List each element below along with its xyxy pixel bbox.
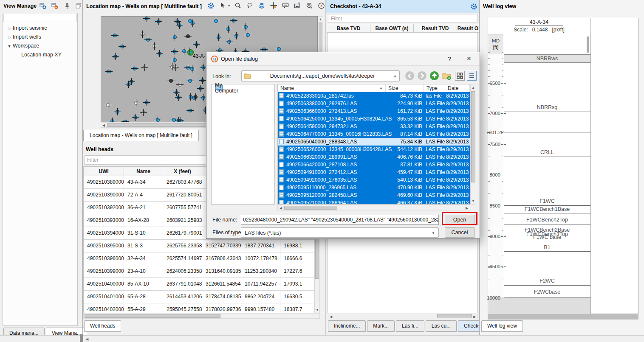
well-marker[interactable] [217, 35, 220, 39]
tree-expanded-icon[interactable]: ▼ [6, 42, 13, 51]
file-list-item[interactable]: 49025094910000_272412.LAS459.47 KiBLAS F… [278, 168, 470, 176]
well-heads-cell[interactable]: 49025103940000 [84, 227, 124, 240]
well-heads-cell[interactable]: 2607755.577417 [163, 202, 202, 214]
well-marker[interactable] [177, 95, 181, 99]
file-list-scroll-left-icon[interactable]: ◀ [279, 206, 283, 210]
move-crosshair-icon[interactable] [270, 2, 277, 9]
well-heads-cell[interactable]: 31-S-10 [124, 227, 163, 240]
tab-las-cu-[interactable]: Las cu... [426, 320, 457, 332]
checkshot-gear-icon[interactable] [470, 3, 477, 10]
well-heads-cell[interactable]: 2637791.010488 [163, 278, 202, 291]
files-of-type-caret-icon[interactable]: ▼ [432, 231, 435, 235]
comment-icon[interactable] [282, 2, 289, 9]
selection-mode-icon[interactable] [219, 2, 226, 9]
checkshot-filter-input[interactable] [328, 14, 477, 23]
file-list-item[interactable]: 49025095110000_286965.LAS470.90 KiBLAS F… [278, 184, 470, 191]
well-marker[interactable] [134, 101, 138, 105]
map-scroll-up-icon[interactable]: ▲ [318, 17, 323, 22]
log-hscrollbar[interactable] [488, 314, 638, 320]
zoom-icon[interactable] [234, 2, 242, 9]
well-marker[interactable] [133, 115, 137, 119]
well-marker[interactable] [188, 109, 192, 112]
remove-view-window-icon[interactable] [51, 2, 59, 10]
well-marker[interactable] [110, 119, 114, 122]
file-list[interactable]: Name▲SizeTypeDate Modi4902522833010a_281… [277, 84, 476, 205]
dialog-titlebar[interactable]: g Open file dialog ? ✕ [206, 52, 480, 66]
well-heads-cell[interactable]: 2595045.275580 [163, 303, 202, 313]
well-marker[interactable] [133, 67, 137, 70]
well-marker[interactable] [262, 48, 266, 51]
well-heads-cell[interactable]: 2625756.233585 [163, 240, 202, 252]
well-marker[interactable] [156, 118, 160, 122]
new-folder-icon[interactable] [442, 71, 452, 81]
track-vscroll-thumb[interactable] [587, 36, 589, 53]
cascade-windows-icon[interactable] [75, 2, 82, 10]
well-marker[interactable] [201, 78, 204, 82]
well-marker[interactable] [227, 40, 231, 44]
well-marker[interactable] [232, 19, 236, 22]
settings-gear-icon[interactable] [207, 2, 215, 9]
well-marker[interactable] [107, 70, 111, 73]
layers-icon[interactable] [258, 2, 266, 9]
checkshot-column-header[interactable]: Result O [457, 24, 479, 33]
cancel-button[interactable]: Cancel [445, 227, 475, 238]
view-filter-box[interactable] [3, 14, 77, 22]
well-marker[interactable] [120, 45, 124, 48]
well-heads-cell[interactable]: 16-AX-28 [124, 214, 163, 227]
checkshot-scroll-right-icon[interactable]: ▶ [472, 314, 477, 319]
checkshot-column-header[interactable]: Result TVD [414, 24, 457, 33]
well-marker[interactable] [173, 58, 177, 62]
well-marker[interactable] [141, 32, 144, 36]
list-view-icon[interactable] [467, 71, 477, 81]
well-heads-cell[interactable]: 65-A-28 [124, 291, 163, 303]
well-marker[interactable] [145, 101, 149, 104]
file-list-scroll-down-icon[interactable]: ▼ [471, 199, 475, 203]
well-marker[interactable] [195, 42, 198, 46]
file-list-item[interactable]: 49025094920000_276035.LAS540.13 KiBLAS F… [278, 176, 470, 184]
dialog-help-button[interactable]: ? [448, 56, 451, 62]
well-heads-cell[interactable]: 1837.270341 [241, 240, 280, 252]
well-marker[interactable] [246, 33, 250, 37]
well-heads-cell[interactable]: 10072.178478 [241, 252, 280, 265]
well-marker[interactable] [174, 65, 178, 69]
look-in-caret-icon[interactable]: ▼ [393, 75, 397, 78]
well-marker[interactable] [153, 44, 156, 48]
well-heads-cell[interactable]: 31-S-3 [124, 240, 163, 252]
tab-las-fi-[interactable]: Las fi... [396, 320, 424, 332]
well-heads-column-header[interactable]: X (feet) [163, 167, 202, 176]
file-list-vscrollbar[interactable]: ▲ ▼ [470, 84, 476, 205]
well-heads-column-header[interactable]: Name [124, 167, 163, 176]
up-directory-icon[interactable] [429, 71, 439, 81]
tree-item-workspace[interactable]: ▼Workspace [3, 42, 76, 50]
well-heads-cell[interactable]: 2626179.790016 [163, 227, 202, 240]
well-marker[interactable] [199, 87, 203, 90]
well-heads-cell[interactable]: 55-A-29 [124, 303, 163, 313]
map-scroll-left-icon[interactable]: ◀ [102, 123, 106, 128]
tree-item-import-seismic[interactable]: ▷Import seismic [3, 24, 76, 33]
file-list-column-header[interactable]: Size [386, 84, 424, 92]
well-marker[interactable] [244, 25, 248, 29]
lasso-select-icon[interactable] [246, 2, 254, 9]
bottom-scroll-left-icon[interactable]: ◀ [85, 337, 89, 342]
checkshot-scroll-left-icon[interactable]: ◀ [329, 314, 333, 319]
file-list-item[interactable]: 49025066420000_287108.LAS37.81 KiBLAS Fi… [278, 161, 470, 168]
well-heads-cell[interactable]: 23-A-10 [124, 265, 163, 278]
map-tab[interactable]: Location map - Wells on map [ Multiline … [83, 130, 199, 141]
file-list-item[interactable]: 49025064250000_13345_00015H308204.LAS865… [278, 115, 470, 123]
well-marker[interactable] [175, 20, 179, 23]
dialog-close-icon[interactable]: ✕ [466, 55, 472, 62]
well-heads-cell[interactable]: 49025104020000 [84, 303, 124, 313]
well-marker[interactable] [141, 111, 145, 115]
well-heads-cell[interactable]: 11253.280840 [241, 265, 280, 278]
tree-collapsed-icon[interactable]: ▷ [6, 33, 13, 42]
file-list-item[interactable]: 4902522833010a_281742.las84.73 KiBlas Fi… [278, 92, 470, 100]
well-marker[interactable] [106, 103, 110, 107]
icon-view-icon[interactable] [455, 71, 465, 81]
file-list-item[interactable]: 49025063380000_292976.LAS224.90 KiBLAS F… [278, 100, 470, 107]
well-marker[interactable] [169, 79, 173, 83]
well-heads-cell[interactable]: 3131640.091851 [202, 265, 241, 278]
forward-icon[interactable] [417, 71, 427, 81]
well-heads-cell[interactable]: 43-A-34 [124, 176, 163, 189]
well-marker[interactable] [178, 23, 181, 27]
well-marker[interactable] [201, 65, 205, 69]
